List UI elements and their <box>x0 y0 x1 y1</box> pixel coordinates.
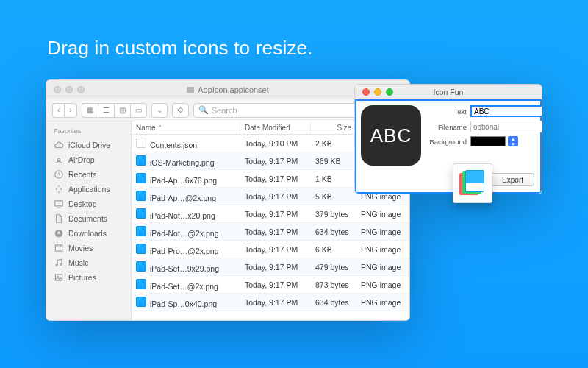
table-row[interactable]: iPad-Sp…0x40.pngToday, 9:17 PM634 bytesP… <box>132 294 409 311</box>
search-placeholder: Search <box>212 106 237 115</box>
svg-rect-4 <box>55 245 62 251</box>
background-stepper[interactable]: ▲▼ <box>508 136 518 146</box>
file-size: 479 bytes <box>311 263 356 272</box>
iconfun-titlebar[interactable]: Icon Fun <box>355 85 542 99</box>
file-png-icon <box>136 155 146 166</box>
file-png-icon <box>136 173 146 183</box>
file-date: Today, 9:17 PM <box>240 210 311 219</box>
sidebar-item-label: Recents <box>68 170 97 179</box>
file-size: 369 KB <box>311 157 356 166</box>
file-kind: PNG image <box>356 263 409 272</box>
sidebar-item-label: AirDrop <box>68 155 95 164</box>
sidebar-item-recents[interactable]: Recents <box>46 167 131 182</box>
file-png-icon <box>136 279 146 289</box>
icon-preview: ABC <box>361 105 421 166</box>
filename-input[interactable] <box>470 121 542 132</box>
file-size: 634 bytes <box>311 298 356 307</box>
svg-rect-7 <box>55 275 62 280</box>
sidebar-item-pictures[interactable]: Pictures <box>46 270 131 285</box>
header-size[interactable]: Size <box>311 121 356 134</box>
sidebar-item-music[interactable]: Music <box>46 255 131 270</box>
view-gallery-button[interactable]: ▭ <box>130 103 147 118</box>
file-png-icon <box>136 261 146 272</box>
sidebar-item-label: Music <box>68 258 88 267</box>
table-row[interactable]: iPad-Pro…@2x.pngToday, 9:17 PM6 KBPNG im… <box>132 241 409 258</box>
picture-icon <box>54 272 64 283</box>
file-date: Today, 9:17 PM <box>240 263 311 272</box>
sidebar-item-label: Pictures <box>68 273 96 282</box>
sidebar-item-movies[interactable]: Movies <box>46 241 131 255</box>
file-kind: PNG image <box>356 210 409 219</box>
file-name: Contents.json <box>150 141 197 149</box>
sidebar-item-label: Documents <box>68 214 107 223</box>
sidebar-item-label: Movies <box>68 244 93 252</box>
doc-icon <box>54 213 64 224</box>
file-name: iPad-Ap…@2x.png <box>150 194 216 202</box>
iconfun-window: Icon Fun ABC Text Filename Background <box>354 84 542 194</box>
table-row[interactable]: iPad-Set…@2x.pngToday, 9:17 PM873 bytesP… <box>132 276 409 294</box>
back-button[interactable]: ‹ <box>52 103 64 118</box>
table-row[interactable]: iPad-Not…@2x.pngToday, 9:17 PM634 bytesP… <box>132 223 409 241</box>
file-name: iPad-Not…@2x.png <box>150 229 219 238</box>
sidebar-item-desktop[interactable]: Desktop <box>46 197 131 211</box>
header-date[interactable]: Date Modified <box>240 121 311 134</box>
svg-rect-2 <box>55 201 63 206</box>
file-size: 5 KB <box>311 192 356 201</box>
sidebar-item-icloud-drive[interactable]: iCloud Drive <box>46 138 131 152</box>
action-button[interactable]: ⚙︎ <box>172 103 189 118</box>
folder-icon <box>187 87 194 93</box>
sidebar-item-airdrop[interactable]: AirDrop <box>46 152 131 167</box>
dragged-icon-thumbnail[interactable] <box>453 163 492 203</box>
view-list-button[interactable]: ☰ <box>98 103 114 118</box>
arrange-button[interactable]: ⌄ <box>151 103 168 118</box>
file-date: Today, 9:17 PM <box>240 227 311 236</box>
svg-point-6 <box>60 263 62 265</box>
file-date: Today, 9:17 PM <box>240 280 311 289</box>
file-kind: PNG image <box>356 280 409 289</box>
cloud-icon <box>54 140 64 150</box>
search-icon: 🔍 <box>198 105 209 115</box>
sidebar-section-label: Favorites <box>46 126 131 138</box>
file-png-icon <box>136 226 146 236</box>
file-kind: PNG image <box>356 227 409 236</box>
file-size: 1 KB <box>311 174 356 183</box>
table-row[interactable]: iPad-Set…9x29.pngToday, 9:17 PM479 bytes… <box>132 258 409 276</box>
file-kind: PNG image <box>356 298 409 307</box>
window-title: Icon Fun <box>355 88 542 96</box>
export-button[interactable]: Export <box>491 173 534 186</box>
sidebar-item-label: Desktop <box>68 199 97 208</box>
apps-icon <box>54 184 64 194</box>
background-swatch[interactable] <box>470 136 506 146</box>
file-png-icon <box>136 244 146 254</box>
clock-icon <box>54 169 64 180</box>
file-name: iPad-Not…x20.png <box>150 211 215 220</box>
sidebar-item-applications[interactable]: Applications <box>46 182 131 197</box>
sidebar-item-label: Downloads <box>68 229 107 238</box>
file-size: 6 KB <box>311 245 356 254</box>
sidebar-item-downloads[interactable]: Downloads <box>46 226 131 241</box>
file-date: Today, 9:17 PM <box>240 298 311 307</box>
sidebar-item-label: iCloud Drive <box>68 141 110 149</box>
desktop-icon <box>54 199 64 209</box>
download-icon <box>54 228 64 238</box>
header-name[interactable]: Name˄ <box>132 121 240 134</box>
file-name: iPad-Set…9x29.png <box>150 264 219 273</box>
file-name: iPad-Ap…6x76.png <box>150 176 217 185</box>
forward-button[interactable]: › <box>64 103 76 118</box>
table-row[interactable]: iPad-Not…x20.pngToday, 9:17 PM379 bytesP… <box>132 205 409 223</box>
text-label: Text <box>427 107 467 116</box>
view-icons-button[interactable]: ▦ <box>82 103 98 118</box>
file-date: Today, 9:10 PM <box>240 139 311 148</box>
file-date: Today, 9:17 PM <box>240 174 311 183</box>
file-size: 634 bytes <box>311 227 356 236</box>
sidebar-item-documents[interactable]: Documents <box>46 211 131 226</box>
file-size: 873 bytes <box>311 280 356 289</box>
airdrop-icon <box>54 155 64 165</box>
file-png-icon <box>136 191 146 201</box>
filename-label: Filename <box>427 123 467 131</box>
file-date: Today, 9:17 PM <box>240 157 311 166</box>
view-columns-button[interactable]: ▥ <box>114 103 130 118</box>
sidebar-item-label: Applications <box>68 185 110 194</box>
hero-caption: Drag in custom icons to resize. <box>47 37 313 60</box>
text-input[interactable] <box>470 105 542 117</box>
